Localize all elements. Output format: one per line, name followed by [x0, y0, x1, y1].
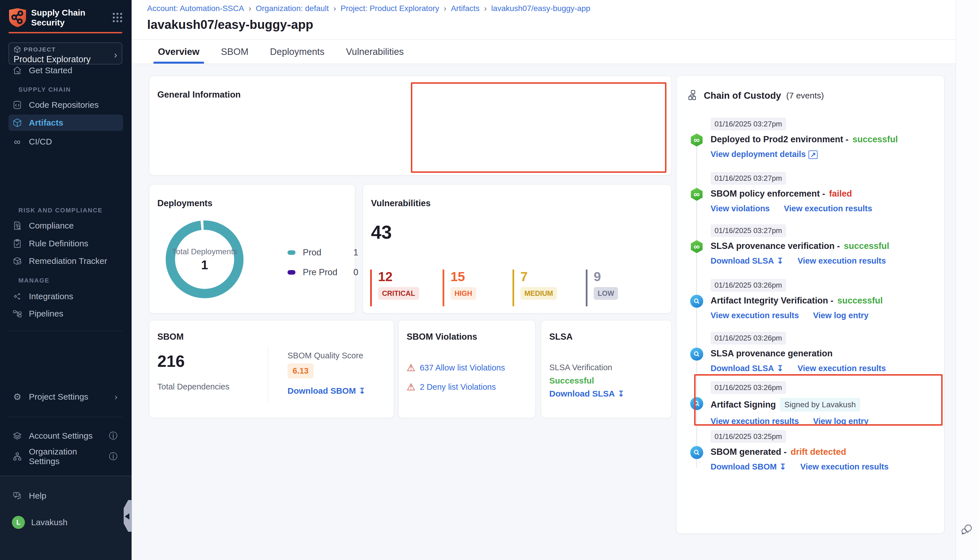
supply-chain-security-logo-icon — [8, 8, 27, 27]
deny-list-violations-link[interactable]: 2 Deny list Violations — [420, 382, 496, 392]
resource-center-chat-icon[interactable] — [960, 522, 975, 537]
artifacts-cube-icon — [12, 117, 23, 128]
project-label: PROJECT — [24, 46, 56, 53]
coc-event-sbom-policy-enforcement: ∞ 01/16/2025 03:27pm SBOM policy enforce… — [677, 172, 945, 213]
app-window: Supply Chain Security PROJECT Product Ex… — [0, 0, 978, 560]
sidebar-item-organization-settings[interactable]: Organization Settings ⓘ — [8, 450, 123, 463]
sidebar-item-rule-definitions[interactable]: Rule Definitions — [8, 237, 123, 250]
view-log-entry-link[interactable]: View log entry — [813, 417, 868, 426]
download-icon — [779, 462, 786, 472]
coc-event-deployed-prod2: ∞ 01/16/2025 03:27pm Deployed to Prod2 e… — [677, 118, 945, 159]
integrations-icon — [12, 291, 23, 302]
sidebar-item-code-repositories[interactable]: Code Repositories — [8, 98, 123, 112]
download-icon — [777, 364, 783, 373]
sidebar-item-integrations[interactable]: Integrations — [8, 290, 123, 303]
brand-divider — [8, 32, 122, 33]
download-icon — [777, 256, 783, 265]
sidebar-user[interactable]: L Lavakush — [8, 516, 123, 529]
project-selector[interactable]: PROJECT Product Exploratory › — [8, 42, 122, 65]
clipboard-check-icon — [12, 238, 23, 249]
view-log-entry-link[interactable]: View log entry — [813, 311, 868, 320]
warning-icon: ⚠ — [407, 382, 415, 392]
card-title: SLSA — [549, 332, 573, 342]
event-timestamp: 01/16/2025 03:27pm — [711, 172, 786, 185]
download-sbom-link[interactable]: Download SBOM — [711, 462, 786, 472]
home-icon — [12, 65, 23, 76]
view-execution-results-link[interactable]: View execution results — [800, 462, 889, 472]
project-cube-icon — [13, 46, 21, 53]
event-status: drift detected — [791, 447, 846, 457]
sidebar-item-help[interactable]: ? Help — [8, 489, 123, 502]
app-title: Supply Chain Security — [31, 8, 90, 27]
breadcrumb-artifacts[interactable]: Artifacts — [451, 4, 479, 13]
breadcrumb-project[interactable]: Project: Product Exploratory — [340, 4, 439, 13]
breadcrumb-separator: › — [484, 4, 487, 13]
tabbar: Overview SBOM Deployments Vulnerabilitie… — [132, 40, 956, 64]
sidebar-item-cicd[interactable]: ∞ CI/CD — [8, 135, 123, 148]
tab-vulnerabilities[interactable]: Vulnerabilities — [346, 40, 404, 63]
download-slsa-link[interactable]: Download SLSA — [711, 256, 783, 265]
pipeline-icon: ∞ — [690, 188, 703, 201]
sbom-violations-card: SBOM Violations ⚠ 637 Allow list Violati… — [399, 320, 536, 418]
allow-list-violations-link[interactable]: 637 Allow list Violations — [420, 363, 505, 372]
sidebar-item-get-started[interactable]: Get Started — [8, 64, 123, 77]
apps-grid-icon[interactable] — [112, 12, 123, 23]
view-execution-results-link[interactable]: View execution results — [784, 204, 872, 213]
sidebar-item-compliance[interactable]: Compliance — [8, 219, 123, 232]
sidebar-item-artifacts[interactable]: Artifacts — [8, 115, 123, 131]
legend-item-pre-prod: Pre Prod 0 — [287, 267, 358, 277]
download-slsa-link[interactable]: Download SLSA — [549, 389, 624, 398]
org-gear-icon — [12, 451, 23, 462]
breadcrumb-separator: › — [249, 4, 251, 13]
event-status: successful — [844, 241, 889, 251]
severity-critical: 12 CRITICAL — [370, 270, 435, 306]
sidebar-item-account-settings[interactable]: Account Settings ⓘ — [8, 429, 123, 442]
sbom-total: 216 — [157, 352, 185, 370]
event-timestamp: 01/16/2025 03:26pm — [711, 381, 786, 394]
view-violations-link[interactable]: View violations — [711, 204, 770, 213]
breadcrumb-organization[interactable]: Organization: default — [256, 4, 329, 13]
vulnerabilities-card: Vulnerabilities 43 12 CRITICAL 15 HIGH 7… — [363, 184, 671, 313]
document-search-icon — [12, 220, 23, 231]
card-title: General Information — [157, 90, 241, 100]
page-title: lavakush07/easy-buggy-app — [147, 18, 313, 32]
warning-icon: ⚠ — [407, 363, 415, 372]
view-execution-results-link[interactable]: View execution results — [711, 417, 799, 426]
tab-sbom[interactable]: SBOM — [221, 40, 249, 63]
section-risk-compliance: RISK AND COMPLIANCE — [18, 207, 103, 214]
sidebar-item-remediation-tracker[interactable]: Remediation Tracker — [8, 255, 123, 268]
avatar: L — [12, 516, 25, 529]
pipelines-icon — [12, 308, 23, 319]
sidebar-item-pipelines[interactable]: Pipelines — [8, 307, 123, 320]
download-slsa-link[interactable]: Download SLSA — [711, 364, 783, 373]
event-timestamp: 01/16/2025 03:26pm — [711, 279, 786, 292]
external-link-icon — [808, 150, 818, 159]
sidebar: Supply Chain Security PROJECT Product Ex… — [0, 0, 132, 560]
card-title: Deployments — [157, 198, 212, 208]
tab-overview[interactable]: Overview — [158, 40, 200, 63]
card-title: Vulnerabilities — [371, 198, 431, 208]
scan-icon — [690, 348, 703, 361]
breadcrumb-account[interactable]: Account: Automation-SSCA — [147, 4, 244, 13]
slsa-verification-status: Successful — [549, 376, 594, 385]
view-deployment-details-link[interactable]: View deployment details — [711, 150, 818, 159]
scan-icon — [690, 295, 703, 308]
coc-event-sbom-generated: 01/16/2025 03:25pm SBOM generated - drif… — [677, 430, 945, 472]
tab-deployments[interactable]: Deployments — [270, 40, 325, 63]
view-execution-results-link[interactable]: View execution results — [798, 256, 886, 265]
breadcrumb-current[interactable]: lavakush07/easy-buggy-app — [491, 4, 590, 13]
coc-event-slsa-provenance-verification: ∞ 01/16/2025 03:27pm SLSA provenance ver… — [677, 224, 945, 265]
sbom-quality-score: 6.13 — [287, 363, 314, 378]
sidebar-item-project-settings[interactable]: ⚙ Project Settings › — [8, 390, 123, 403]
chain-of-custody-panel: Chain of Custody (7 events) ∞ 01/16/2025… — [676, 75, 944, 534]
view-execution-results-link[interactable]: View execution results — [711, 311, 799, 320]
coc-event-slsa-provenance-generation: 01/16/2025 03:26pm SLSA provenance gener… — [677, 332, 945, 373]
view-execution-results-link[interactable]: View execution results — [798, 364, 886, 373]
svg-text:?: ? — [15, 493, 17, 496]
deny-list-violations-row: ⚠ 2 Deny list Violations — [407, 382, 496, 392]
layers-gear-icon — [12, 430, 23, 441]
signed-by-tag: Signed by Lavakush — [780, 398, 860, 412]
download-sbom-link[interactable]: Download SBOM — [287, 386, 365, 396]
legend-item-prod: Prod 1 — [287, 247, 358, 258]
severity-high: 15 HIGH — [442, 270, 508, 306]
